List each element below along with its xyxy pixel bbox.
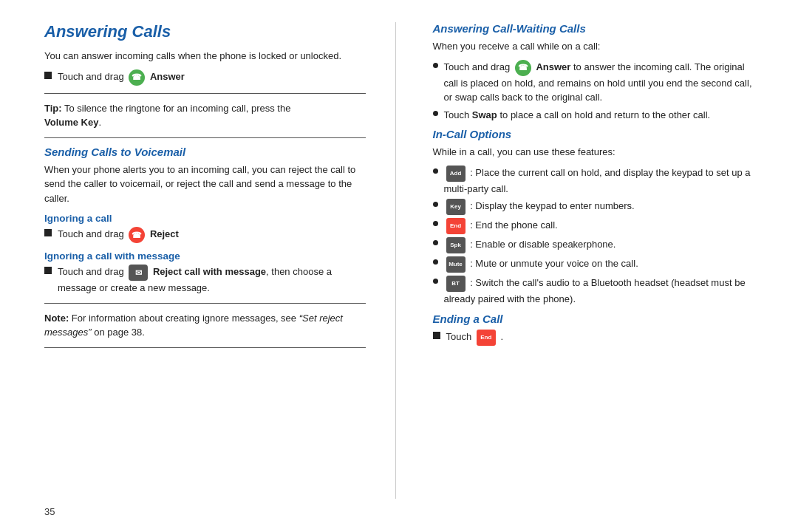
incall-item-mute: Mute : Mute or unmute your voice on the … xyxy=(433,256,754,273)
bullet-circle-bluetooth-icon xyxy=(433,279,438,284)
waiting-bullet-2-text: Touch Swap to place a call on hold and r… xyxy=(444,108,754,123)
bullet-circle-speaker-icon xyxy=(433,240,438,245)
voicemail-title: Sending Calls to Voicemail xyxy=(44,146,366,158)
incall-item-speaker: Spk : Enable or disable speakerphone. xyxy=(433,237,754,253)
page-number: 35 xyxy=(44,499,754,517)
answer-bullet-item: Touch and drag ☎ Answer xyxy=(44,69,366,86)
reject-bullet-list: Touch and drag ☎ Reject xyxy=(44,227,366,243)
bullet-circle-endcall-icon xyxy=(433,221,438,226)
answer-icon: ☎ xyxy=(129,69,145,86)
right-column: Answering Call-Waiting Calls When you re… xyxy=(426,22,754,499)
mute-icon: Mute xyxy=(446,256,466,273)
divider-4 xyxy=(44,347,366,348)
bullet-circle-2-icon xyxy=(433,111,438,116)
reject-icon: ☎ xyxy=(129,227,145,243)
reject-bullet-item: Touch and drag ☎ Reject xyxy=(44,227,366,243)
ignoring-call-title: Ignoring a call xyxy=(44,213,366,224)
end-call-icon: End xyxy=(446,218,466,234)
answer-bullet-list: Touch and drag ☎ Answer xyxy=(44,69,366,86)
reject-msg-icon: ✉ xyxy=(129,265,148,281)
ending-bullet-item: Touch End . xyxy=(433,330,754,346)
incall-intro: While in a call, you can use these featu… xyxy=(433,145,754,160)
incall-item-endcall: End : End the phone call. xyxy=(433,218,754,234)
columns-container: Answering Calls You can answer incoming … xyxy=(44,22,754,499)
incall-bullet-list: Add : Place the current call on hold, an… xyxy=(433,166,754,307)
ending-bullet-list: Touch End . xyxy=(433,330,754,346)
answering-intro: You can answer incoming calls when the p… xyxy=(44,49,366,64)
add-call-icon: Add xyxy=(446,166,466,182)
bullet-square-reject-icon xyxy=(44,229,52,236)
end-small-icon: End xyxy=(477,330,496,346)
reject-msg-bullet-item: Touch and drag ✉ Reject call with messag… xyxy=(44,265,366,296)
bullet-circle-mute-icon xyxy=(433,259,438,265)
waiting-intro: When you receive a call while on a call: xyxy=(433,39,754,54)
page-container: Answering Calls You can answer incoming … xyxy=(0,0,798,532)
ending-call-title: Ending a Call xyxy=(433,313,754,325)
answer-bullet-text: Touch and drag ☎ Answer xyxy=(58,69,366,86)
bullet-circle-keypad-icon xyxy=(433,202,438,207)
voicemail-text: When your phone alerts you to an incomin… xyxy=(44,163,366,206)
note-text: Note: For information about creating ign… xyxy=(44,311,366,340)
bullet-square-ending-icon xyxy=(433,332,440,339)
answering-calls-title: Answering Calls xyxy=(44,22,366,41)
ignoring-msg-title: Ignoring a call with message xyxy=(44,250,366,262)
waiting-calls-title: Answering Call-Waiting Calls xyxy=(433,22,754,35)
reject-bullet-text: Touch and drag ☎ Reject xyxy=(58,227,366,243)
keypad-icon: Key xyxy=(446,199,466,215)
ending-bullet-text: Touch End . xyxy=(446,330,754,346)
waiting-bullet-2: Touch Swap to place a call on hold and r… xyxy=(433,108,754,123)
speaker-icon: Spk xyxy=(446,237,466,253)
divider-2 xyxy=(44,137,366,138)
reject-msg-text: Touch and drag ✉ Reject call with messag… xyxy=(58,265,366,296)
left-column: Answering Calls You can answer incoming … xyxy=(44,22,396,499)
waiting-bullet-list: Touch and drag ☎ Answer to answer the in… xyxy=(433,60,754,123)
tip-text: Tip: To silence the ringtone for an inco… xyxy=(44,101,366,130)
waiting-bullet-1: Touch and drag ☎ Answer to answer the in… xyxy=(433,60,754,105)
divider-1 xyxy=(44,93,366,94)
bluetooth-icon: BT xyxy=(446,276,466,292)
bullet-square-icon xyxy=(44,72,52,79)
incall-options-title: In-Call Options xyxy=(433,128,754,140)
bullet-square-msg-icon xyxy=(44,267,52,274)
incall-item-bluetooth: BT : Switch the call's audio to a Blueto… xyxy=(433,276,754,307)
divider-3 xyxy=(44,303,366,304)
bullet-circle-1-icon xyxy=(433,63,438,68)
reject-msg-bullet-list: Touch and drag ✉ Reject call with messag… xyxy=(44,265,366,296)
incall-item-keypad: Key : Display the keypad to enter number… xyxy=(433,199,754,215)
bullet-circle-addcall-icon xyxy=(433,168,438,174)
waiting-bullet-1-text: Touch and drag ☎ Answer to answer the in… xyxy=(444,60,754,105)
answer-waiting-icon: ☎ xyxy=(515,60,531,76)
incall-item-addcall: Add : Place the current call on hold, an… xyxy=(433,166,754,197)
